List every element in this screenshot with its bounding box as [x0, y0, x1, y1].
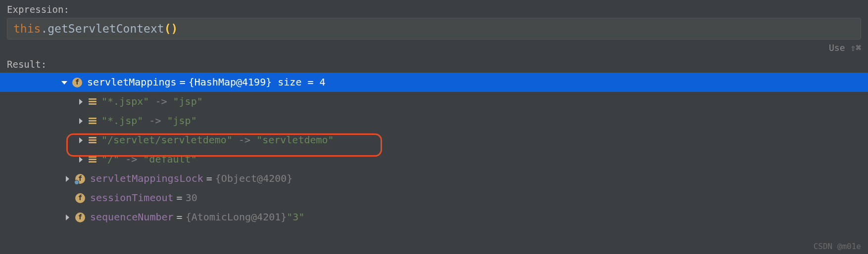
tree-node-sequence-number[interactable]: f sequenceNumber = {AtomicLong@4201} "3" [0, 208, 868, 227]
expand-arrow-icon[interactable] [77, 136, 85, 144]
field-name: sequenceNumber [90, 209, 174, 226]
map-entry-icon [89, 118, 96, 124]
expression-input[interactable]: this.getServletContext() [7, 18, 861, 40]
equals-sign: = [206, 170, 212, 187]
field-icon: f [72, 78, 82, 87]
field-name: servletMappings [87, 74, 177, 91]
map-arrow: -> [149, 93, 173, 110]
field-string-value: "3" [287, 209, 304, 226]
expr-method: .getServletContext [41, 22, 164, 35]
expand-arrow-icon[interactable] [63, 213, 71, 221]
field-icon: f [75, 174, 85, 184]
map-arrow: -> [233, 131, 256, 149]
tree-node-session-timeout[interactable]: f sessionTimeout = 30 [0, 188, 868, 208]
field-name: sessionTimeout [90, 189, 174, 207]
map-entry-icon [89, 98, 96, 105]
map-value: "default" [143, 151, 196, 168]
expand-arrow-icon[interactable] [77, 117, 85, 125]
tree-node-mappings-lock[interactable]: f servletMappingsLock = {Object@4200} [0, 169, 868, 188]
field-value: {Object@4200} [215, 170, 293, 187]
map-key: "*.jsp" [101, 112, 143, 129]
tree-node-mapping[interactable]: "*.jsp" -> "jsp" [0, 111, 868, 130]
map-value: "servletdemo" [256, 131, 334, 149]
expand-arrow-icon[interactable] [77, 156, 85, 164]
map-value: "jsp" [167, 112, 196, 129]
field-value: {AtomicLong@4201} [186, 209, 287, 226]
expression-label: Expression: [0, 0, 868, 18]
field-value: {HashMap@4199} size = 4 [189, 74, 326, 91]
map-entry-icon [89, 137, 96, 143]
map-entry-icon [89, 156, 96, 163]
field-value: 30 [186, 189, 197, 207]
result-tree: f servletMappings = {HashMap@4199} size … [0, 73, 868, 227]
map-key: "/" [101, 151, 119, 168]
expand-arrow-icon[interactable] [63, 175, 71, 183]
map-value: "jsp" [173, 93, 203, 110]
tree-node-mapping[interactable]: "*.jspx" -> "jsp" [0, 92, 868, 111]
map-key: "/servlet/servletdemo" [101, 131, 233, 149]
expand-arrow-icon[interactable] [77, 98, 85, 106]
tree-node-mapping-highlighted[interactable]: "/servlet/servletdemo" -> "servletdemo" [0, 130, 868, 150]
map-key: "*.jspx" [101, 93, 149, 110]
map-arrow: -> [143, 112, 167, 129]
field-icon: f [75, 193, 85, 203]
expand-arrow-icon[interactable] [60, 79, 68, 86]
tree-node-mapping[interactable]: "/" -> "default" [0, 150, 868, 169]
keyboard-hint: Use ⇧⌘ [0, 40, 868, 54]
result-label: Result: [0, 55, 868, 73]
map-arrow: -> [119, 151, 143, 168]
expr-parens: () [164, 22, 178, 35]
equals-sign: = [177, 189, 183, 207]
watermark: CSDN @m01e [814, 242, 861, 251]
equals-sign: = [180, 74, 186, 91]
tree-node-servlet-mappings[interactable]: f servletMappings = {HashMap@4199} size … [0, 73, 868, 92]
field-name: servletMappingsLock [90, 170, 203, 187]
expr-keyword: this [13, 22, 41, 35]
equals-sign: = [177, 209, 183, 226]
field-icon: f [75, 212, 85, 222]
